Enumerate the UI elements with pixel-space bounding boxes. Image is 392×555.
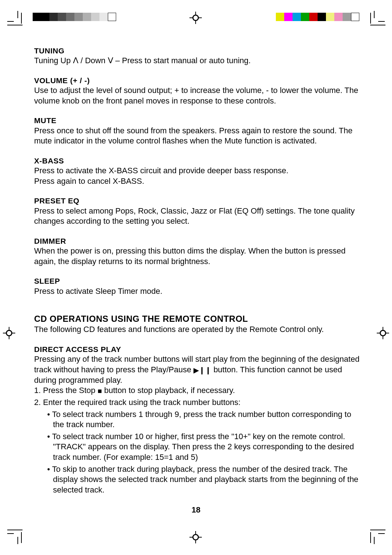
registration-mark-icon — [377, 327, 389, 339]
manual-page: TUNING Tuning Up ᐱ / Down ᐯ – Press to s… — [0, 0, 392, 555]
color-swatch — [326, 13, 334, 21]
body-dimmer: When the power is on, pressing this butt… — [34, 246, 360, 267]
page-number: 18 — [0, 505, 392, 515]
text: – Press to start manual or auto tuning. — [115, 56, 251, 65]
registration-mark-icon — [3, 327, 15, 339]
section-direct-access: DIRECT ACCESS PLAY Pressing any of the t… — [34, 344, 360, 495]
gray-swatch — [58, 13, 66, 21]
cropmark — [21, 13, 22, 24]
section-cdops: CD OPERATIONS USING THE REMOTE CONTROL T… — [34, 313, 360, 335]
color-swatch — [301, 13, 309, 21]
cropmark — [7, 533, 14, 534]
direct-bullets: To select track numbers 1 through 9, pre… — [44, 409, 360, 495]
gray-swatch — [108, 13, 116, 21]
gray-swatch — [99, 13, 108, 21]
bullet-2: To select track number 10 or higher, fir… — [44, 432, 360, 463]
body-xbass-line2: Press again to cancel X-BASS. — [34, 176, 360, 187]
color-swatch — [343, 13, 351, 21]
color-swatches — [276, 13, 359, 21]
section-mute: MUTE Press once to shut off the sound fr… — [34, 116, 360, 146]
cropmark — [17, 11, 18, 18]
gray-swatch — [83, 13, 91, 21]
play-pause-icon: ▶❙❙ — [193, 366, 211, 374]
body-volume: Use to adjust the level of sound output;… — [34, 85, 360, 106]
heading-cdops: CD OPERATIONS USING THE REMOTE CONTROL — [34, 313, 360, 324]
text: / Down — [81, 56, 108, 65]
body-direct-intro: Pressing any of the track number buttons… — [34, 354, 360, 385]
heading-sleep: SLEEP — [34, 276, 360, 286]
gray-swatch — [91, 13, 99, 21]
cropmark — [21, 532, 22, 543]
color-swatch — [334, 13, 343, 21]
body-sleep: Press to activate Sleep Timer mode. — [34, 286, 360, 297]
section-volume: VOLUME (+ / -) Use to adjust the level o… — [34, 76, 360, 106]
section-sleep: SLEEP Press to activate Sleep Timer mode… — [34, 276, 360, 296]
color-swatch — [309, 13, 318, 21]
heading-volume: VOLUME (+ / -) — [34, 76, 360, 85]
body-preseteq: Press to select among Pops, Rock, Classi… — [34, 206, 360, 227]
gray-swatch — [66, 13, 74, 21]
step-1: 1. Press the Stop ■ button to stop playb… — [34, 385, 360, 396]
heading-mute: MUTE — [34, 116, 360, 125]
body-cdops: The following CD features and functions … — [34, 324, 360, 335]
cropmark — [7, 530, 23, 530]
down-arrow-icon: ᐯ — [108, 56, 113, 65]
bullet-1: To select track numbers 1 through 9, pre… — [44, 409, 360, 430]
section-xbass: X-BASS Press to activate the X-BASS circ… — [34, 156, 360, 186]
heading-tuning: TUNING — [34, 46, 360, 56]
body-tuning: Tuning Up ᐱ / Down ᐯ – Press to start ma… — [34, 56, 360, 66]
cropmark — [374, 11, 375, 18]
direct-steps: 1. Press the Stop ■ button to stop playb… — [34, 385, 360, 408]
gray-swatch — [74, 13, 83, 21]
step-2: 2. Enter the required track using the tr… — [34, 397, 360, 408]
text: Tuning Up — [34, 56, 73, 65]
color-swatch — [318, 13, 326, 21]
cropmark — [370, 530, 385, 530]
color-swatch — [293, 13, 301, 21]
up-arrow-icon: ᐱ — [73, 56, 78, 65]
gray-swatch — [49, 13, 58, 21]
section-tuning: TUNING Tuning Up ᐱ / Down ᐯ – Press to s… — [34, 46, 360, 66]
registration-mark-icon — [189, 12, 202, 24]
heading-xbass: X-BASS — [34, 156, 360, 166]
section-preseteq: PRESET EQ Press to select among Pops, Ro… — [34, 196, 360, 226]
color-swatch — [284, 13, 293, 21]
cropmark — [7, 21, 14, 22]
cropmark — [7, 25, 23, 25]
text: button to stop playback, if necessary. — [102, 386, 235, 395]
text: 1. Press the Stop — [34, 386, 98, 395]
color-swatch — [276, 13, 284, 21]
cropmark — [378, 533, 385, 534]
gray-swatch — [41, 13, 49, 21]
cropmark — [370, 532, 371, 543]
registration-mark-icon — [189, 531, 202, 543]
cropmark — [370, 25, 385, 25]
gray-swatch — [33, 13, 41, 21]
heading-preseteq: PRESET EQ — [34, 196, 360, 206]
cropmark — [370, 13, 371, 24]
color-swatch — [351, 13, 359, 21]
cropmark — [17, 537, 18, 544]
heading-direct: DIRECT ACCESS PLAY — [34, 344, 360, 354]
cropmark — [378, 21, 385, 22]
body-mute: Press once to shut off the sound from th… — [34, 126, 360, 146]
body-xbass-line1: Press to activate the X-BASS circuit and… — [34, 166, 360, 176]
bullet-3: To skip to another track during playback… — [44, 464, 360, 495]
cropmark — [374, 537, 375, 544]
content-column: TUNING Tuning Up ᐱ / Down ᐯ – Press to s… — [34, 46, 360, 507]
section-dimmer: DIMMER When the power is on, pressing th… — [34, 236, 360, 267]
gray-swatches — [33, 13, 116, 21]
heading-dimmer: DIMMER — [34, 236, 360, 246]
stop-icon: ■ — [98, 387, 102, 395]
